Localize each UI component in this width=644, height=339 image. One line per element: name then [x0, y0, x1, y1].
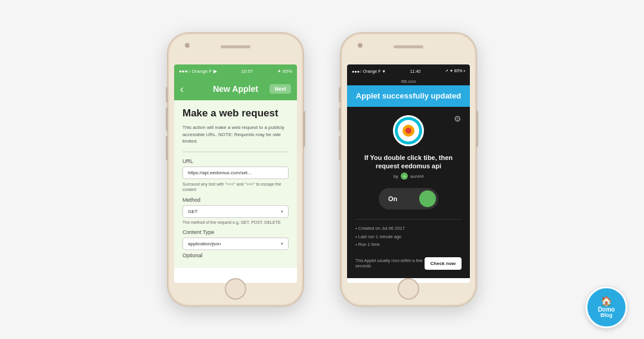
author-avatar: a: [401, 172, 408, 180]
logo-center: [405, 128, 411, 134]
carrier-signal-2: ●●●○ Orange F ▼: [352, 69, 386, 73]
logo-inner-ring: [402, 125, 414, 137]
banner-text: Applet successfully updated: [354, 91, 463, 101]
by-label: by: [394, 174, 398, 179]
url-label: URL: [182, 158, 289, 164]
home-button-2[interactable]: [398, 278, 419, 300]
phone-1-screen: ●●●○ Orange F ▶ 10:57 ✦ 85% ‹ New Applet…: [174, 64, 297, 283]
settings-icon[interactable]: ⚙: [454, 114, 462, 124]
divider: [182, 152, 289, 152]
applet-author: by a aurel4: [394, 172, 424, 180]
battery: ✦ 85%: [277, 69, 292, 74]
phone-2-mute-button: [339, 87, 341, 103]
applet-title: If You double click tibe, then request e…: [355, 153, 462, 171]
next-button[interactable]: Next: [270, 84, 291, 94]
logo-outer-ring: [395, 116, 422, 145]
form-title: Make a web request: [182, 107, 289, 119]
method-value: GET: [188, 209, 197, 214]
content-type-select[interactable]: application/json ▾: [182, 238, 289, 250]
check-now-button[interactable]: Check now: [425, 257, 462, 270]
phone-camera: [185, 43, 190, 48]
author-name: aurel4: [410, 174, 423, 179]
form-content: Make a web request This action will make…: [174, 100, 297, 268]
phone-2-camera: [358, 43, 363, 48]
battery-2: ↗ ✦ 80% ▪: [445, 69, 465, 73]
back-button[interactable]: ‹: [180, 83, 184, 95]
clock: 10:57: [241, 69, 253, 74]
url-hint: Surround any text with "<<<" and ">>>" t…: [182, 181, 289, 192]
scene: ●●●○ Orange F ▶ 10:57 ✦ 85% ‹ New Applet…: [0, 0, 644, 339]
applet-stats: Created on Jul 06 2017 Last run 1 minute…: [355, 226, 462, 250]
watermark-line2: Blog: [600, 313, 612, 318]
success-banner: Applet successfully updated: [347, 85, 470, 107]
form-description: This action will make a web request to a…: [182, 124, 289, 144]
optional-label: Optional: [182, 252, 289, 258]
phone-2-volume-down-button: [339, 136, 341, 160]
phone-2-screen: ●●●○ Orange F ▼ 11:40 ↗ ✦ 80% ▪ ifttt.co…: [347, 64, 470, 283]
phone-volume-down-button: [166, 136, 168, 160]
stat-run-count: Run 1 time: [355, 242, 462, 248]
toggle-label: On: [388, 195, 397, 202]
phone-2-speaker: [394, 45, 423, 48]
clock-2: 11:40: [410, 69, 421, 73]
status-bar-2: ●●●○ Orange F ▼ 11:40 ↗ ✦ 80% ▪: [347, 64, 470, 78]
method-select[interactable]: GET ▾: [182, 205, 289, 218]
stat-created: Created on Jul 06 2017: [355, 226, 462, 232]
method-label: Method: [182, 197, 289, 203]
chevron-down-icon-2: ▾: [281, 241, 283, 246]
chevron-down-icon: ▾: [281, 209, 283, 214]
toggle-circle: [419, 190, 436, 207]
status-bar: ●●●○ Orange F ▶ 10:57 ✦ 85%: [174, 64, 297, 78]
content-type-label: Content Type: [182, 229, 289, 235]
home-button[interactable]: [225, 278, 246, 300]
page-title: New Applet: [213, 84, 258, 94]
phone-speaker: [221, 45, 250, 48]
applet-card: ⚙ If You double click tibe, then request…: [347, 107, 470, 278]
phone-volume-up-button: [166, 107, 168, 131]
phone-2-volume-up-button: [339, 107, 341, 131]
applet-logo: [393, 115, 424, 146]
card-divider: [355, 219, 462, 220]
stat-last-run: Last run 1 minute ago: [355, 234, 462, 241]
method-hint: The method of the request e.g. GET, POST…: [182, 220, 289, 224]
house-icon: 🏠: [600, 297, 612, 306]
url-bar: ifttt.com: [347, 78, 470, 85]
phone-power-button: [303, 111, 305, 147]
url-input[interactable]: https://api.eedomus.com/set...: [182, 167, 289, 179]
logo-mid-ring: [398, 120, 419, 141]
phone-mute-button: [166, 87, 168, 103]
applet-footer: This Applet usually runs within a few se…: [355, 257, 462, 270]
on-off-toggle[interactable]: On: [379, 188, 438, 209]
phone-2-power-button: [476, 111, 478, 147]
footer-text: This Applet usually runs within a few se…: [355, 258, 425, 269]
content-type-value: application/json: [188, 241, 221, 246]
watermark: 🏠 Domo Blog: [586, 286, 627, 328]
phone-1: ●●●○ Orange F ▶ 10:57 ✦ 85% ‹ New Applet…: [167, 32, 304, 307]
carrier-signal: ●●●○ Orange F ▶: [179, 69, 217, 74]
phone-2: ●●●○ Orange F ▼ 11:40 ↗ ✦ 80% ▪ ifttt.co…: [340, 32, 477, 307]
app-header: ‹ New Applet Next: [174, 78, 297, 100]
